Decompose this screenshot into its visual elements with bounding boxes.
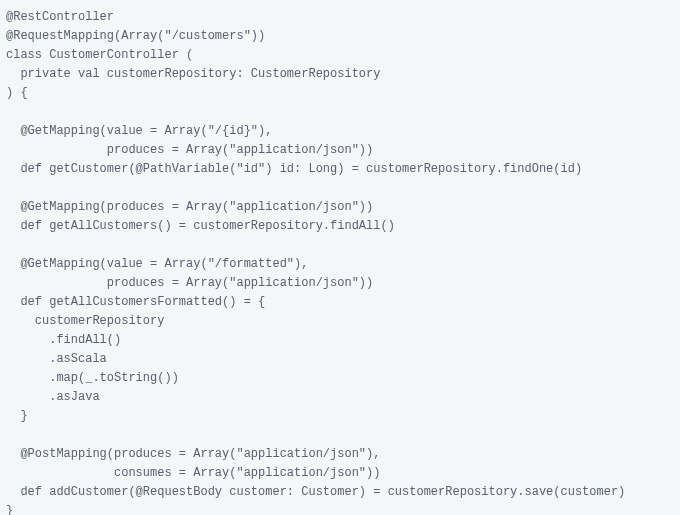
code-line: ) {: [6, 84, 674, 103]
code-line: @PostMapping(produces = Array("applicati…: [6, 445, 674, 464]
code-line: def getAllCustomersFormatted() = {: [6, 293, 674, 312]
code-line: produces = Array("application/json")): [6, 274, 674, 293]
code-line: produces = Array("application/json")): [6, 141, 674, 160]
code-block: @RestController@RequestMapping(Array("/c…: [0, 0, 680, 515]
code-line: .findAll(): [6, 331, 674, 350]
code-line: @GetMapping(value = Array("/{id}"),: [6, 122, 674, 141]
code-line: [6, 236, 674, 255]
code-line: @RestController: [6, 8, 674, 27]
code-line: [6, 103, 674, 122]
code-line: .asScala: [6, 350, 674, 369]
code-line: }: [6, 502, 674, 515]
code-line: .asJava: [6, 388, 674, 407]
code-line: def getCustomer(@PathVariable("id") id: …: [6, 160, 674, 179]
code-line: [6, 426, 674, 445]
code-line: class CustomerController (: [6, 46, 674, 65]
code-line: .map(_.toString()): [6, 369, 674, 388]
code-line: private val customerRepository: Customer…: [6, 65, 674, 84]
code-line: customerRepository: [6, 312, 674, 331]
code-line: def getAllCustomers() = customerReposito…: [6, 217, 674, 236]
code-line: @RequestMapping(Array("/customers")): [6, 27, 674, 46]
code-line: @GetMapping(value = Array("/formatted"),: [6, 255, 674, 274]
code-line: def addCustomer(@RequestBody customer: C…: [6, 483, 674, 502]
code-line: @GetMapping(produces = Array("applicatio…: [6, 198, 674, 217]
code-line: consumes = Array("application/json")): [6, 464, 674, 483]
code-line: [6, 179, 674, 198]
code-line: }: [6, 407, 674, 426]
